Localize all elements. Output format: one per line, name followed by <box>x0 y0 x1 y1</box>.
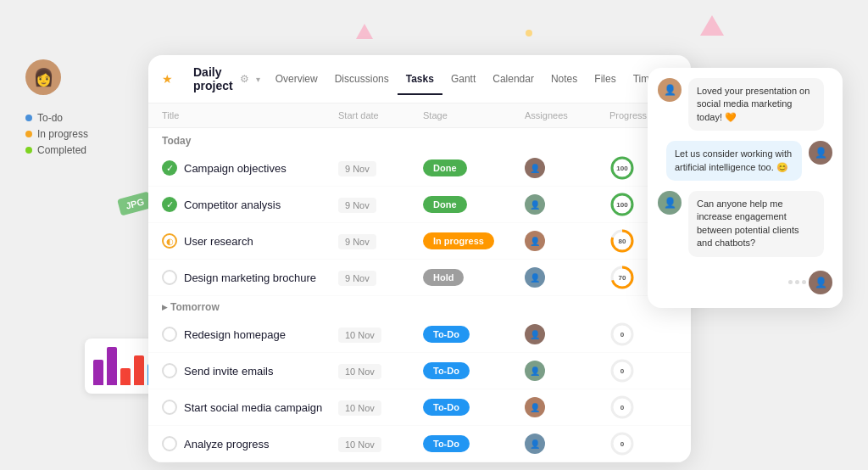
check-empty-icon <box>162 270 177 285</box>
legend-item: In progress <box>25 128 153 140</box>
chat-avatar: 👤 <box>658 191 682 215</box>
column-header: Start date <box>338 110 423 120</box>
table-header: TitleStart dateStageAssigneesProgress <box>148 104 691 128</box>
task-title: Redesign homepage <box>184 328 286 341</box>
bar <box>93 360 103 385</box>
stage-badge: Hold <box>423 269 464 286</box>
assignee-avatar: 👤 <box>525 324 545 344</box>
user-avatar: 👩 <box>25 59 61 95</box>
chat-avatar: 👤 <box>809 141 832 165</box>
today-tasks: ✓Campaign objectives9 NovDone👤 100 ✓Comp… <box>148 150 691 296</box>
task-title: Campaign objectives <box>184 162 287 175</box>
check-inprogress-icon: ◐ <box>162 233 177 249</box>
check-done-icon: ✓ <box>162 160 177 176</box>
table-row[interactable]: Design marketing brochure9 NovHold👤 70 <box>148 260 691 296</box>
star-icon: ★ <box>162 72 173 86</box>
jpg-tag: JPG <box>117 191 153 215</box>
task-date: 10 Nov <box>338 400 381 416</box>
bar <box>107 347 117 385</box>
task-date: 9 Nov <box>338 198 376 213</box>
legend: To-doIn progressCompleted <box>25 112 153 156</box>
nav-tab-overview[interactable]: Overview <box>267 70 326 88</box>
task-date: 10 Nov <box>338 327 381 343</box>
nav-tab-gantt[interactable]: Gantt <box>442 70 484 88</box>
check-done-icon: ✓ <box>162 197 177 212</box>
gear-icon[interactable]: ⚙ <box>240 73 249 85</box>
legend-dot <box>25 115 32 121</box>
legend-dot <box>25 147 32 154</box>
assignee-avatar: 👤 <box>525 267 545 288</box>
table-row[interactable]: Analyze progress10 NovTo-Do👤 0 <box>148 426 691 462</box>
nav-tab-files[interactable]: Files <box>586 70 624 88</box>
tomorrow-section-label: ▸ Tomorrow <box>148 296 691 316</box>
progress-circle: 0 <box>609 431 635 456</box>
chat-bubble: Can anyone help me increase engagement b… <box>688 191 824 257</box>
main-card: ★ Daily project ⚙ ▾ OverviewDiscussionsT… <box>148 55 691 462</box>
stage-badge: Done <box>423 159 467 176</box>
nav-tab-notes[interactable]: Notes <box>542 70 586 88</box>
table-row[interactable]: Redesign homepage10 NovTo-Do👤 0 <box>148 316 691 353</box>
progress-circle: 0 <box>609 394 635 420</box>
check-empty-icon <box>162 363 177 378</box>
assignee-avatar: 👤 <box>525 434 545 454</box>
chat-bubble: Let us consider working with artificial … <box>666 141 802 181</box>
chat-panel: 👤Loved your presentation on social media… <box>648 68 843 308</box>
progress-circle: 100 <box>609 155 635 181</box>
legend-item: To-do <box>25 112 153 124</box>
check-empty-icon <box>162 400 177 415</box>
task-date: 9 Nov <box>338 234 376 249</box>
check-empty-icon <box>162 327 177 342</box>
typing-dot <box>795 280 799 284</box>
task-date: 9 Nov <box>338 161 376 176</box>
chat-message: 👤Can anyone help me increase engagement … <box>658 191 832 257</box>
legend-dot <box>25 131 32 137</box>
stage-badge: To-Do <box>423 362 470 379</box>
progress-circle: 0 <box>609 358 635 383</box>
stage-badge: Done <box>423 196 467 213</box>
chevron-down-icon[interactable]: ▾ <box>256 75 260 84</box>
task-title: Send invite emails <box>184 365 274 378</box>
task-title: Competitor analysis <box>184 199 281 211</box>
progress-circle: 70 <box>609 265 635 290</box>
assignee-avatar: 👤 <box>525 158 545 178</box>
progress-circle: 80 <box>609 228 635 254</box>
left-panel: 👩 To-doIn progressCompleted <box>25 59 153 160</box>
chat-avatar: 👤 <box>809 271 832 294</box>
chat-message: 👤Loved your presentation on social media… <box>658 78 832 131</box>
today-section-label: Today <box>148 128 691 150</box>
task-date: 9 Nov <box>338 271 376 286</box>
decorative-triangle-1 <box>356 24 373 39</box>
decorative-triangle-2 <box>700 15 724 36</box>
task-title: Analyze progress <box>184 438 269 450</box>
tomorrow-tasks: Redesign homepage10 NovTo-Do👤 0 Send inv… <box>148 316 691 462</box>
progress-circle: 100 <box>609 192 635 217</box>
typing-dot <box>802 280 806 284</box>
legend-item: Completed <box>25 144 153 156</box>
column-header: Stage <box>423 110 525 120</box>
table-row[interactable]: Send invite emails10 NovTo-Do👤 0 <box>148 353 691 389</box>
column-header: Title <box>162 110 338 120</box>
column-header: Assignees <box>525 110 609 120</box>
table-row[interactable]: ✓Campaign objectives9 NovDone👤 100 <box>148 150 691 187</box>
check-empty-icon <box>162 436 177 451</box>
decorative-dot <box>526 30 532 36</box>
assignee-avatar: 👤 <box>525 231 545 251</box>
table-row[interactable]: ◐User research9 NovIn progress👤 80 <box>148 223 691 260</box>
bar <box>120 368 131 385</box>
table-row[interactable]: ✓Competitor analysis9 NovDone👤 100 <box>148 187 691 223</box>
task-date: 10 Nov <box>338 437 381 452</box>
nav-tab-tasks[interactable]: Tasks <box>398 70 442 88</box>
chat-avatar: 👤 <box>658 78 682 102</box>
assignee-avatar: 👤 <box>525 194 545 215</box>
stage-badge: In progress <box>423 232 494 249</box>
nav-tab-discussions[interactable]: Discussions <box>326 70 398 88</box>
nav-tabs: OverviewDiscussionsTasksGanttCalendarNot… <box>267 70 664 88</box>
stage-badge: To-Do <box>423 399 470 416</box>
assignee-avatar: 👤 <box>525 397 545 417</box>
table-row[interactable]: Start social media campaign10 NovTo-Do👤 … <box>148 389 691 426</box>
chevron-right-icon: ▸ <box>162 301 167 313</box>
task-title: Design marketing brochure <box>184 271 316 284</box>
assignee-avatar: 👤 <box>525 361 545 381</box>
nav-tab-calendar[interactable]: Calendar <box>484 70 542 88</box>
progress-circle: 0 <box>609 322 635 347</box>
